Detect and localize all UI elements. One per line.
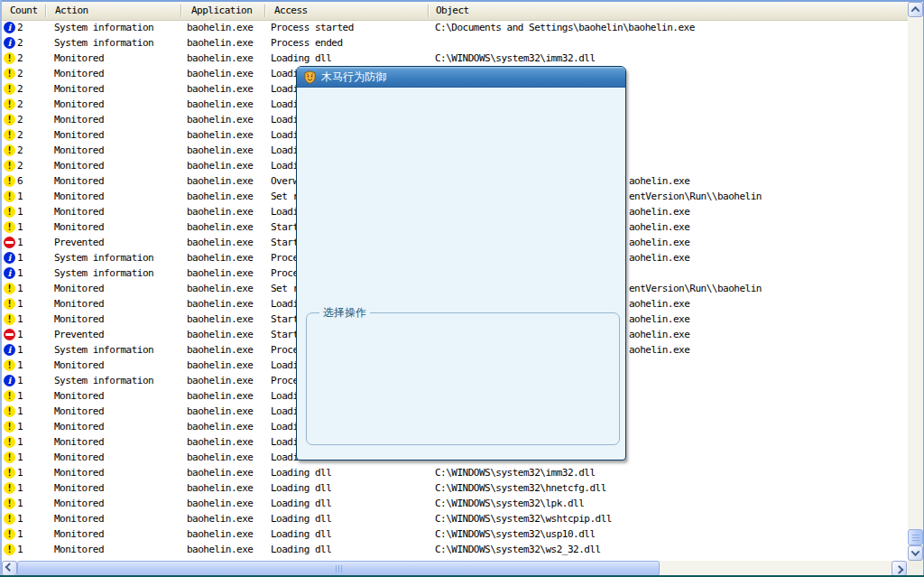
count-cell: 1: [17, 450, 23, 465]
object-cell: aohelin.exe: [629, 342, 689, 358]
application-cell: baohelin.exe: [187, 388, 253, 404]
column-header-access[interactable]: Access: [274, 5, 308, 16]
table-row[interactable]: ! 1 Monitored baohelin.exe Loading dll C…: [2, 511, 909, 526]
object-cell: C:\Documents and Settings\baohelin\baohe…: [435, 20, 695, 35]
access-cell: Loadi: [271, 419, 299, 434]
table-row[interactable]: ! 1 Monitored baohelin.exe Loading dll C…: [2, 480, 909, 496]
action-cell: Monitored: [54, 358, 104, 373]
count-cell: 1: [17, 235, 23, 250]
count-cell: 1: [17, 373, 23, 388]
application-cell: baohelin.exe: [187, 296, 253, 312]
warn-icon: !: [4, 513, 15, 525]
horizontal-scroll-thumb[interactable]: [17, 561, 660, 576]
object-cell: aohelin.exe: [629, 219, 689, 235]
object-cell: C:\WINDOWS\system32\ws2_32.dll: [435, 542, 601, 557]
access-cell: Loading dll: [271, 51, 331, 66]
object-cell: C:\WINDOWS\system32\hnetcfg.dll: [435, 480, 606, 496]
table-row[interactable]: ! 1 Monitored baohelin.exe Loading dll C…: [2, 465, 909, 480]
count-cell: 2: [17, 35, 23, 51]
vertical-scroll-thumb[interactable]: [908, 529, 923, 545]
table-row[interactable]: ! 1 Monitored baohelin.exe Loading dll C…: [2, 496, 909, 511]
count-cell: 1: [17, 358, 23, 373]
count-cell: 6: [17, 173, 23, 189]
table-row[interactable]: ! 2 Monitored baohelin.exe Loading dll C…: [2, 51, 909, 66]
scrollbar-corner: [908, 561, 923, 575]
application-cell: baohelin.exe: [187, 127, 253, 143]
action-cell: Monitored: [54, 66, 104, 81]
horizontal-scrollbar[interactable]: [2, 561, 908, 576]
info-icon: i: [4, 375, 15, 386]
warn-icon: !: [4, 405, 15, 417]
access-cell: Proce: [271, 342, 299, 358]
info-icon: i: [4, 22, 15, 33]
application-cell: baohelin.exe: [187, 35, 253, 51]
action-cell: Monitored: [54, 388, 104, 404]
table-row[interactable]: i 2 System information baohelin.exe Proc…: [2, 20, 909, 35]
access-cell: Loadi: [271, 296, 299, 312]
access-cell: Loading dll: [271, 480, 331, 496]
action-cell: Monitored: [54, 219, 104, 235]
scroll-up-button[interactable]: [908, 2, 923, 17]
groupbox-label: 选择操作: [319, 305, 370, 321]
warn-icon: !: [4, 436, 15, 448]
column-header-object[interactable]: Object: [436, 5, 469, 16]
access-cell: Loadi: [271, 112, 299, 127]
access-cell: Loadi: [271, 204, 299, 219]
application-cell: baohelin.exe: [187, 526, 253, 542]
dialog-titlebar[interactable]: 木马行为防御: [297, 67, 625, 88]
application-cell: baohelin.exe: [187, 143, 253, 158]
warn-icon: !: [4, 191, 15, 202]
shield-icon: [303, 70, 317, 84]
application-cell: baohelin.exe: [187, 235, 253, 250]
action-cell: Monitored: [54, 112, 104, 127]
table-row[interactable]: ! 1 Monitored baohelin.exe Loading dll C…: [2, 526, 909, 542]
scroll-left-button[interactable]: [2, 561, 17, 576]
count-cell: 1: [17, 511, 23, 526]
application-cell: baohelin.exe: [187, 20, 253, 35]
scroll-down-button[interactable]: [908, 545, 923, 561]
application-cell: baohelin.exe: [187, 189, 253, 204]
access-cell: Loadi: [271, 388, 299, 404]
column-header-count[interactable]: Count: [10, 5, 38, 16]
warn-icon: !: [4, 283, 15, 294]
count-cell: 2: [17, 81, 23, 97]
warn-icon: !: [4, 175, 15, 187]
chevron-left-icon: [5, 563, 14, 572]
table-row[interactable]: ! 1 Monitored baohelin.exe Loading dll C…: [2, 542, 909, 557]
count-cell: 1: [17, 281, 23, 296]
info-icon: i: [4, 252, 15, 264]
access-cell: Loadi: [271, 158, 299, 173]
object-cell: entVersion\Run\\baohelin: [629, 281, 762, 296]
count-cell: 1: [17, 327, 23, 342]
object-cell: aohelin.exe: [629, 250, 689, 265]
scroll-right-button[interactable]: [892, 561, 907, 576]
action-cell: Monitored: [54, 312, 104, 327]
application-cell: baohelin.exe: [187, 112, 253, 127]
table-row[interactable]: i 2 System information baohelin.exe Proc…: [2, 35, 909, 51]
vertical-scrollbar[interactable]: [908, 2, 923, 561]
object-cell: aohelin.exe: [629, 327, 689, 342]
count-cell: 1: [17, 434, 23, 450]
application-cell: baohelin.exe: [187, 404, 253, 419]
action-cell: Monitored: [54, 281, 104, 296]
column-header-application[interactable]: Application: [191, 5, 252, 16]
access-cell: Loading dll: [271, 496, 331, 511]
warn-icon: !: [4, 160, 15, 172]
window-border-left: [0, 0, 2, 577]
warn-icon: !: [4, 421, 15, 433]
count-cell: 1: [17, 419, 23, 434]
application-cell: baohelin.exe: [187, 51, 253, 66]
info-icon: i: [4, 344, 15, 356]
object-cell: C:\WINDOWS\system32\lpk.dll: [435, 496, 584, 511]
column-header-action[interactable]: Action: [55, 5, 88, 16]
object-cell: aohelin.exe: [629, 173, 689, 189]
count-cell: 2: [17, 66, 23, 81]
count-cell: 1: [17, 189, 23, 204]
application-cell: baohelin.exe: [187, 204, 253, 219]
window-border-top: [0, 0, 924, 2]
warn-icon: !: [4, 144, 15, 156]
stop-icon: [4, 329, 15, 340]
count-cell: 1: [17, 342, 23, 358]
count-cell: 1: [17, 250, 23, 265]
object-cell: aohelin.exe: [629, 296, 689, 312]
